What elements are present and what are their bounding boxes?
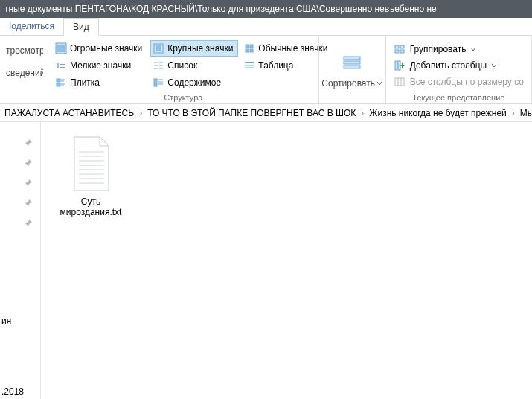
svg-rect-8 (57, 63, 59, 66)
view-large-label: Крупные значки (167, 43, 233, 54)
svg-rect-10 (57, 66, 59, 68)
view-list[interactable]: Список (150, 57, 238, 74)
svg-rect-1 (57, 45, 65, 52)
svg-rect-34 (395, 45, 399, 48)
ribbon-group-layout: Огромные значки Крупные значки Обычные з… (48, 36, 319, 103)
file-name-label: Суть мироздания.txt (59, 197, 123, 218)
chevron-down-icon (376, 80, 382, 86)
pin-icon (24, 219, 33, 230)
tiles-icon (55, 77, 67, 89)
svg-rect-7 (250, 49, 253, 52)
tab-view-label: Вид (73, 22, 89, 32)
view-content-label: Содержимое (167, 77, 221, 88)
breadcrumb-bar[interactable]: ПАЖАЛУСТА АСТАНАВИТЕСЬ › ТО ЧТО В ЭТОЙ П… (0, 104, 532, 122)
view-tiles-label: Плитка (70, 77, 100, 88)
details-pane-label: сведений (6, 68, 43, 78)
svg-rect-31 (344, 57, 360, 60)
view-details-label: Таблица (258, 60, 293, 71)
size-columns-label: Все столбцы по размеру со (410, 77, 524, 87)
size-columns-icon (394, 76, 406, 88)
text-file-icon (67, 134, 115, 194)
pin-icon (24, 199, 33, 210)
svg-rect-39 (398, 61, 400, 70)
size-columns-button: Все столбцы по размеру со (391, 74, 527, 89)
list-icon (153, 60, 164, 71)
nav-item-fragment[interactable]: .2018 (0, 386, 24, 397)
add-columns-icon (394, 60, 406, 71)
ribbon-group-panes: тросмотра сведений (0, 36, 48, 103)
svg-rect-21 (57, 79, 60, 82)
breadcrumb-segment[interactable]: Мы в (516, 108, 532, 118)
tab-share[interactable]: Іоделиться (0, 17, 63, 35)
breadcrumb-segment[interactable]: ПАЖАЛУСТА АСТАНАВИТЕСЬ (0, 108, 138, 118)
chevron-down-icon (470, 46, 476, 52)
svg-rect-27 (154, 79, 157, 86)
pin-icon (24, 159, 33, 170)
medium-icons-icon (243, 42, 255, 54)
window-titlebar: тные документы ПЕНТАГОНА\КОД КРАСНЫЙ\Тол… (0, 0, 532, 18)
group-by-button[interactable]: Группировать (391, 42, 527, 57)
group-by-label: Группировать (410, 44, 467, 54)
svg-rect-24 (57, 83, 60, 86)
svg-rect-38 (395, 61, 397, 70)
view-medium-label: Обычные значки (258, 43, 327, 54)
large-icons-icon (153, 42, 164, 54)
details-pane-button[interactable]: сведений (4, 63, 43, 83)
svg-rect-6 (246, 49, 249, 52)
sort-button[interactable]: Сортировать (321, 78, 382, 89)
view-extra-large-label: Огромные значки (70, 43, 142, 54)
file-item[interactable]: Суть мироздания.txt (59, 134, 123, 218)
add-columns-button[interactable]: Добавить столбцы (391, 58, 527, 73)
svg-rect-42 (395, 78, 404, 86)
pin-icon (24, 179, 33, 190)
ribbon: тросмотра сведений Огромные значки (0, 36, 532, 104)
svg-rect-3 (156, 45, 161, 51)
tab-view[interactable]: Вид (63, 18, 99, 36)
breadcrumb-segment[interactable]: ТО ЧТО В ЭТОЙ ПАПКЕ ПОВЕРГНЕТ ВАС В ШОК (143, 108, 360, 118)
view-tiles[interactable]: Плитка (53, 74, 147, 91)
svg-rect-32 (344, 61, 360, 64)
preview-pane-button[interactable]: тросмотра (4, 40, 43, 61)
svg-rect-35 (400, 45, 404, 48)
nav-item-fragment[interactable]: ия (0, 316, 11, 326)
panes-caption (4, 100, 43, 102)
ribbon-group-current-view: Группировать Добавить столбцы Все столбц… (386, 36, 532, 103)
view-small-icons[interactable]: Мелкие значки (53, 57, 147, 74)
add-columns-label: Добавить столбцы (410, 60, 487, 71)
view-small-label: Мелкие значки (70, 60, 131, 71)
svg-rect-5 (250, 45, 253, 48)
sort-caption (324, 100, 381, 102)
layout-caption: Структура (53, 92, 314, 102)
svg-rect-33 (344, 66, 360, 68)
details-icon (243, 60, 255, 71)
main-area: ия .2018 Суть мироздания.txt (0, 122, 532, 399)
view-list-label: Список (167, 60, 197, 71)
navigation-pane[interactable]: ия .2018 (0, 122, 41, 399)
sort-label: Сортировать (321, 78, 375, 89)
svg-rect-37 (400, 50, 404, 53)
chevron-down-icon (491, 63, 497, 68)
svg-rect-36 (395, 50, 399, 53)
view-content[interactable]: Содержимое (150, 74, 238, 91)
ribbon-tabstrip: Іоделиться Вид (0, 18, 532, 36)
tab-share-label: Іоделиться (9, 21, 54, 31)
breadcrumb-segment[interactable]: Жизнь никогда не будет прежней (365, 108, 510, 118)
svg-rect-18 (245, 62, 254, 63)
file-list-pane[interactable]: Суть мироздания.txt (41, 122, 532, 399)
view-extra-large-icons[interactable]: Огромные значки (53, 40, 147, 57)
preview-pane-label: тросмотра (6, 45, 43, 56)
window-title: тные документы ПЕНТАГОНА\КОД КРАСНЫЙ\Тол… (4, 4, 437, 14)
extra-large-icons-icon (55, 42, 67, 54)
small-icons-icon (55, 60, 67, 71)
ribbon-group-sort: Сортировать (319, 36, 386, 103)
sort-icon (340, 54, 364, 77)
svg-rect-4 (246, 45, 249, 48)
current-view-caption: Текущее представление (391, 92, 527, 102)
content-icon (153, 77, 164, 89)
view-large-icons[interactable]: Крупные значки (150, 40, 238, 57)
pin-icon (24, 138, 33, 150)
group-by-icon (394, 43, 406, 55)
